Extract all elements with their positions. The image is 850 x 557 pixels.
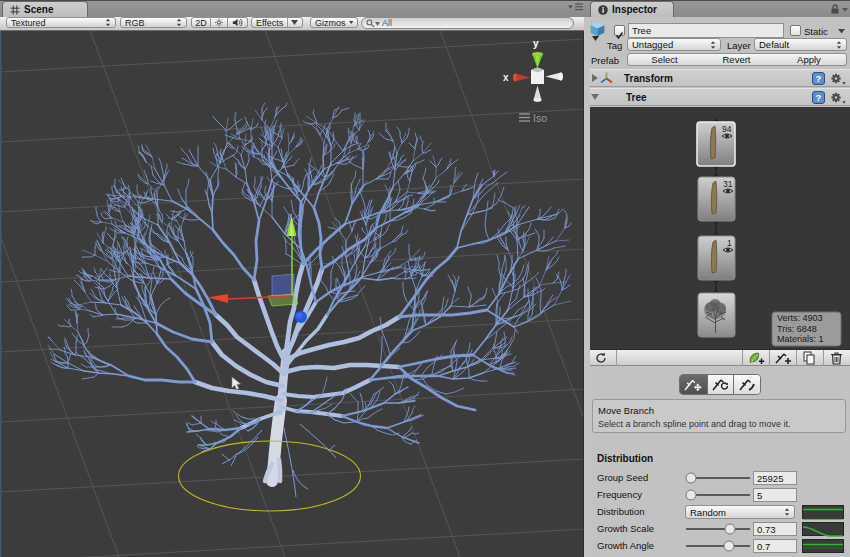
- svg-text:x: x: [503, 72, 509, 83]
- svg-text:Verts: 4903: Verts: 4903: [777, 313, 823, 323]
- svg-text:?: ?: [816, 92, 822, 103]
- svg-text:Tris: 6848: Tris: 6848: [777, 324, 817, 334]
- svg-text:94: 94: [722, 124, 732, 134]
- svg-text:?: ?: [816, 73, 822, 84]
- svg-text:Materials: 1: Materials: 1: [777, 334, 824, 344]
- svg-text:1: 1: [727, 238, 732, 248]
- svg-text:y: y: [533, 38, 539, 49]
- svg-text:31: 31: [723, 179, 733, 189]
- svg-text:Iso: Iso: [533, 112, 547, 124]
